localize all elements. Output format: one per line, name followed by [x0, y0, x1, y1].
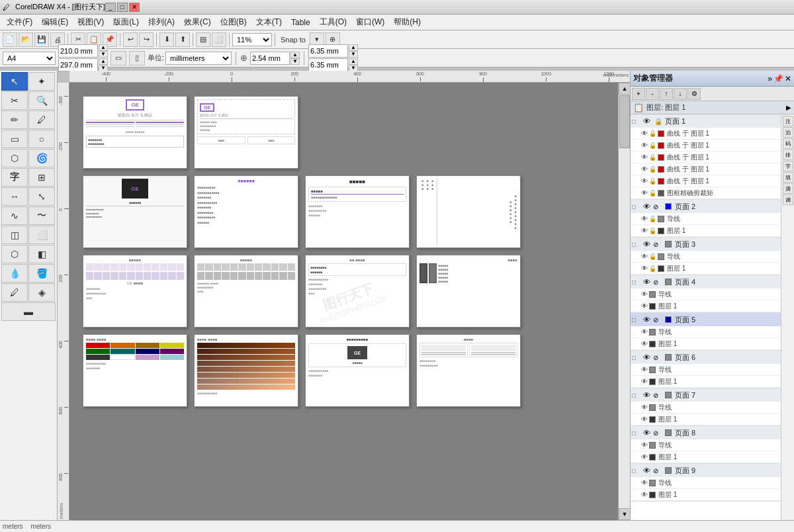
vscroll-up[interactable]: ▲: [619, 83, 631, 95]
distort-tool[interactable]: 〜: [28, 206, 55, 225]
eye-icon-1-1[interactable]: 👁: [641, 130, 648, 137]
eye-5-1[interactable]: 👁: [641, 328, 648, 335]
eyedropper-tool[interactable]: 💧: [1, 264, 28, 283]
rm-btn-7[interactable]: 滴: [783, 183, 793, 194]
coordy1-up[interactable]: ▲: [349, 44, 358, 51]
rm-btn-6[interactable]: 填: [783, 172, 793, 183]
page-thumb-6[interactable]: ■■■■■■■■■ ■■■■■■■■■■■■■■■: [416, 175, 521, 248]
coordy2-up[interactable]: ▲: [349, 58, 358, 65]
zoom-options-button[interactable]: ⬜: [212, 32, 226, 47]
eye-icon-1-4[interactable]: 👁: [641, 165, 648, 173]
landscape-button[interactable]: ▯: [129, 51, 145, 66]
zoom-select[interactable]: 11% 25% 50% 100%: [232, 33, 272, 46]
rm-btn-8[interactable]: 调: [783, 195, 793, 205]
menu-effects[interactable]: 效果(C): [180, 15, 215, 29]
lock-icon-1-6[interactable]: 🔓: [649, 190, 656, 197]
portrait-button[interactable]: ▭: [110, 51, 126, 66]
eye-4-1[interactable]: 👁: [641, 290, 648, 298]
menu-text[interactable]: 文本(T): [252, 15, 286, 29]
page-thumb-2[interactable]: GE 锁匙扣·名片·礼赠品 ■■■■■ ■■■ ■■■■■■■■ ■■■■■ ■…: [194, 96, 298, 169]
delete-layer-btn[interactable]: -: [646, 88, 659, 100]
paper-size-select[interactable]: A4 A3 Letter: [3, 52, 56, 65]
layer-page-2-header[interactable]: □ 👁 ⊘ 页面 2: [631, 200, 781, 213]
eye-8-2[interactable]: 👁: [641, 453, 648, 461]
expand-button[interactable]: »: [768, 74, 772, 83]
lock-2-1[interactable]: 🔓: [649, 216, 656, 222]
page-thumb-3[interactable]: GE ■■■■■■ ■■■■■■■■■■■■■■■■■■■■■■■■■■■■■: [83, 175, 187, 248]
eye-5-2[interactable]: 👁: [641, 340, 648, 347]
page-thumb-8[interactable]: ■■■■■: [194, 255, 298, 328]
layer-up-btn[interactable]: ↑: [660, 88, 673, 100]
connector-tool[interactable]: ⤡: [28, 187, 55, 206]
page-thumb-14[interactable]: ■■■■: [416, 334, 521, 407]
undo-button[interactable]: ↩: [123, 32, 138, 47]
canvas-area[interactable]: GE 锁匙扣·名片·礼赠品: [69, 83, 630, 520]
rm-btn-3[interactable]: 码: [783, 138, 793, 149]
menu-edit[interactable]: 编辑(E): [38, 15, 72, 29]
zoom-tool[interactable]: 🔍: [28, 91, 55, 110]
layer-page-1-header[interactable]: □ 👁 🔒 页面 1: [631, 114, 781, 128]
rm-btn-5[interactable]: 字: [783, 161, 793, 171]
page-thumb-9[interactable]: ■■ ■■■■ ■■■■■■■■ ■■■■■■ ■■■■■■■■■■■■■■■■…: [305, 255, 410, 328]
save-button[interactable]: 💾: [34, 32, 49, 47]
crop-tool[interactable]: ✂: [1, 91, 28, 110]
layer-down-btn[interactable]: ↓: [674, 88, 687, 100]
layer-page-5-header[interactable]: □ 👁 ⊘ 页面 5: [631, 313, 781, 326]
eye-1[interactable]: 👁: [641, 116, 652, 126]
coordy1-down[interactable]: ▼: [349, 51, 358, 58]
lock-icon-1-3[interactable]: 🔓: [649, 154, 656, 161]
close-obj-button[interactable]: ✕: [785, 74, 791, 83]
vscroll-thumb[interactable]: [619, 95, 630, 148]
vscroll-down[interactable]: ▼: [619, 508, 631, 520]
page-thumb-12[interactable]: ■■■■ ■■■■ ■■■■■■■■■■: [194, 334, 298, 407]
eye-2-2[interactable]: 👁: [641, 227, 648, 234]
text-tool[interactable]: 字: [1, 168, 28, 187]
close-button[interactable]: ✕: [129, 3, 140, 12]
new-button[interactable]: 📄: [3, 32, 17, 47]
menu-file[interactable]: 文件(F): [3, 15, 36, 29]
rect-tool[interactable]: ▭: [1, 130, 28, 148]
interactive-fill-tool[interactable]: ◈: [28, 283, 55, 302]
eye-6-1[interactable]: 👁: [641, 366, 648, 373]
eye-7[interactable]: 👁: [641, 390, 652, 400]
menu-arrange[interactable]: 排列(A): [144, 15, 179, 29]
layer-page-3-header[interactable]: □ 👁 ⊘ 页面 3: [631, 238, 781, 251]
coord-y1-input[interactable]: [308, 44, 348, 58]
eye-3[interactable]: 👁: [641, 239, 652, 249]
page-thumb-4[interactable]: ■■■■■■ ■■■■■■■■■■■■■■■■■■■■■■■■■■■■■■■■■…: [194, 175, 298, 248]
menu-table[interactable]: Table: [287, 17, 314, 28]
height-input[interactable]: [58, 58, 98, 71]
spiral-tool[interactable]: 🌀: [28, 149, 55, 167]
layer-page-4-header[interactable]: □ 👁 ⊘ 页面 4: [631, 275, 781, 288]
outline-tool[interactable]: 🖊: [1, 283, 28, 302]
lock-2-2[interactable]: 🔓: [649, 228, 656, 234]
eye-2-1[interactable]: 👁: [641, 215, 648, 222]
menu-tools[interactable]: 工具(O): [316, 15, 351, 29]
lock-1[interactable]: 🔒: [653, 116, 664, 126]
dimension-tool[interactable]: ↔: [1, 187, 28, 206]
eye-9-2[interactable]: 👁: [641, 491, 648, 498]
minimize-button[interactable]: _: [105, 3, 116, 12]
lock-3-1[interactable]: 🔓: [649, 253, 656, 260]
eye-icon-1-6[interactable]: 👁: [641, 189, 648, 197]
coord-y2-input[interactable]: [308, 58, 348, 71]
new-layer-btn[interactable]: +: [632, 88, 645, 100]
coord-x-input[interactable]: [250, 52, 290, 65]
page-thumb-5[interactable]: ■■■■■ ■■■■■ ■■■■■■■■■■■■■ ■■■■■■■■■■■■■■…: [305, 175, 410, 248]
eye-8[interactable]: 👁: [641, 427, 652, 438]
layer-page-7-header[interactable]: □ 👁 ⊘ 页面 7: [631, 388, 781, 402]
eye-9[interactable]: 👁: [641, 465, 652, 476]
extrude-tool[interactable]: ⬡: [1, 245, 28, 263]
blend-tool[interactable]: ∿: [1, 206, 28, 225]
lock-icon-1-5[interactable]: 🔓: [649, 178, 656, 185]
coordx-up[interactable]: ▲: [290, 52, 300, 58]
eye-7-2[interactable]: 👁: [641, 416, 648, 423]
coordx-down[interactable]: ▼: [290, 58, 300, 65]
eye-icon-1-3[interactable]: 👁: [641, 154, 648, 161]
smart-draw-tool[interactable]: 🖊: [28, 111, 55, 129]
eye-5[interactable]: 👁: [641, 314, 652, 325]
lock-icon-1-2[interactable]: 🔓: [649, 142, 656, 149]
unit-select[interactable]: millimeters inches pixels: [165, 52, 232, 65]
eye-3-1[interactable]: 👁: [641, 253, 648, 260]
width-up[interactable]: ▲: [99, 44, 108, 51]
